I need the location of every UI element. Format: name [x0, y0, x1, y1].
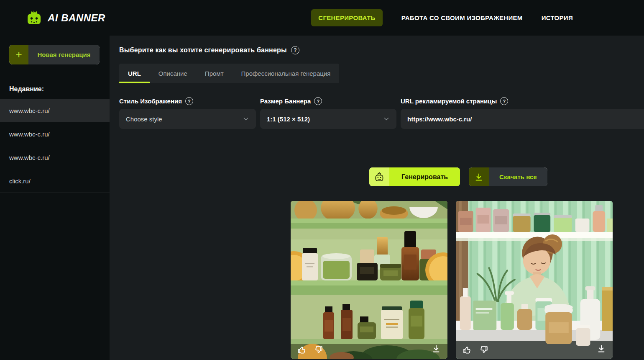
- new-generation-label: Новая генерация: [28, 45, 100, 64]
- main-content: Выберите как вы хотите сгенерировать бан…: [110, 36, 644, 360]
- style-field-label: Стиль Изображения: [119, 98, 182, 105]
- chevron-down-icon: [383, 116, 390, 122]
- nav-history[interactable]: ИСТОРИЯ: [542, 14, 573, 21]
- size-select[interactable]: 1:1 (512 × 512): [260, 109, 396, 129]
- thumbs-down-icon[interactable]: [478, 345, 489, 355]
- banner-2-image: [456, 201, 613, 359]
- top-header: AI BANNER СГЕНЕРИРОВАТЬ РАБОТА СО СВОИМ …: [0, 0, 644, 36]
- download-icon: [469, 167, 489, 186]
- recent-item-label: click.ru/: [9, 177, 31, 185]
- thumbs-up-icon[interactable]: [462, 345, 473, 355]
- recent-item[interactable]: www.wbc-c.ru/: [0, 146, 110, 169]
- download-icon[interactable]: [431, 344, 441, 354]
- banner-1-image: [291, 201, 447, 359]
- recent-item-label: www.wbc-c.ru/: [9, 154, 50, 161]
- size-select-value: 1:1 (512 × 512): [267, 116, 310, 123]
- generate-button-label: Генерировать: [389, 167, 460, 186]
- tab-description[interactable]: Описание: [150, 64, 196, 83]
- tab-label: Описание: [158, 70, 187, 77]
- section-divider: [119, 150, 644, 150]
- robot-logo-icon: [25, 10, 43, 26]
- nav-generate[interactable]: СГЕНЕРИРОВАТЬ: [311, 9, 382, 26]
- thumbs-up-icon[interactable]: [297, 345, 307, 355]
- generate-button[interactable]: Генерировать: [369, 167, 460, 186]
- page-title: Выберите как вы хотите сгенерировать бан…: [119, 46, 287, 54]
- tab-label: Промт: [205, 70, 224, 77]
- generated-banner-1[interactable]: [291, 201, 447, 359]
- generated-banners: [291, 201, 644, 359]
- download-icon[interactable]: [596, 344, 606, 354]
- tab-professional[interactable]: Профессиональная генерация: [233, 64, 340, 83]
- url-field-wrap: [401, 109, 644, 129]
- help-icon[interactable]: ?: [291, 46, 299, 54]
- brand-title: AI BANNER: [48, 12, 105, 24]
- recent-item-label: www.wbc-c.ru/: [9, 107, 50, 114]
- help-icon[interactable]: ?: [500, 97, 508, 105]
- sidebar: + Новая генерация Недавние: www.wbc-c.ru…: [0, 36, 110, 360]
- help-icon[interactable]: ?: [185, 97, 193, 105]
- download-all-button[interactable]: Скачать все: [469, 167, 547, 186]
- nav-own-image[interactable]: РАБОТА СО СВОИМ ИЗОБРАЖЕНИЕМ: [401, 14, 523, 21]
- url-field-label: URL рекламируемой страницы: [401, 98, 497, 105]
- style-select[interactable]: Choose style: [119, 109, 256, 129]
- tab-prompt[interactable]: Промт: [196, 64, 233, 83]
- size-field-label: Размер Баннера: [260, 98, 311, 105]
- download-all-label: Скачать все: [489, 167, 547, 186]
- top-nav: СГЕНЕРИРОВАТЬ РАБОТА СО СВОИМ ИЗОБРАЖЕНИ…: [311, 9, 644, 26]
- recent-item-label: www.wbc-c.ru/: [9, 131, 50, 138]
- tab-label: URL: [128, 70, 141, 77]
- recent-item[interactable]: click.ru/: [0, 169, 110, 193]
- thumbs-down-icon[interactable]: [313, 345, 324, 355]
- recent-item[interactable]: www.wbc-c.ru/: [0, 99, 110, 122]
- generated-banner-2[interactable]: [456, 201, 613, 359]
- app-logo: AI BANNER: [25, 10, 105, 26]
- style-select-value: Choose style: [126, 116, 162, 123]
- generation-mode-tabs: URL Описание Промт Профессиональная гене…: [119, 64, 339, 83]
- tab-url[interactable]: URL: [119, 64, 150, 83]
- new-generation-button[interactable]: + Новая генерация: [9, 45, 100, 64]
- help-icon[interactable]: ?: [314, 97, 322, 105]
- robot-icon: [369, 167, 389, 186]
- tab-label: Профессиональная генерация: [241, 70, 331, 77]
- plus-icon: +: [9, 45, 28, 64]
- recent-item[interactable]: www.wbc-c.ru/: [0, 122, 110, 146]
- recent-heading: Недавние:: [9, 85, 100, 93]
- chevron-down-icon: [243, 116, 249, 122]
- url-input[interactable]: [407, 116, 637, 123]
- recent-list: www.wbc-c.ru/ www.wbc-c.ru/ www.wbc-c.ru…: [0, 99, 110, 193]
